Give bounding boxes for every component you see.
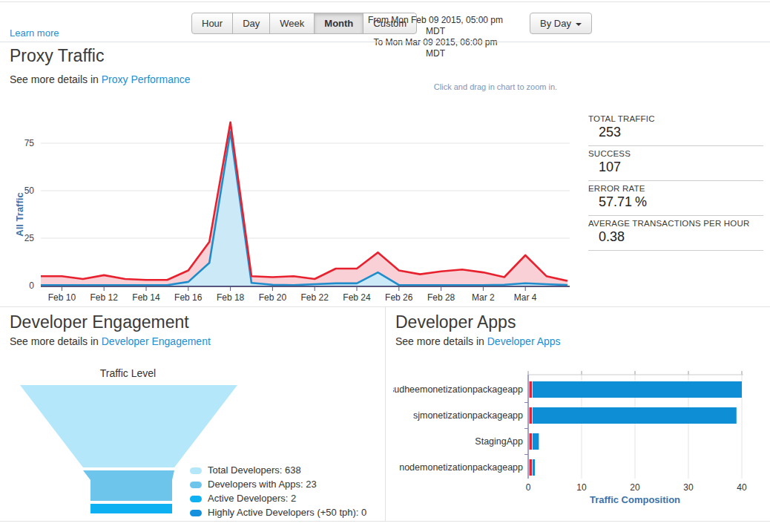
svg-text:nodemonetizationpackageapp: nodemonetizationpackageapp [399, 462, 523, 473]
legend-item: Developers with Apps: 23 [190, 479, 366, 490]
svg-text:Feb 22: Feb 22 [301, 292, 329, 303]
top-border [0, 1, 770, 2]
svg-text:Feb 28: Feb 28 [427, 292, 455, 303]
stat-success: SUCCESS 107 [588, 146, 763, 181]
vertical-divider [385, 306, 386, 521]
svg-text:Feb 12: Feb 12 [91, 292, 119, 303]
svg-text:Feb 18: Feb 18 [217, 292, 245, 303]
see-more-prefix: See more details in [10, 335, 99, 347]
proxy-traffic-chart[interactable]: 0255075Feb 10Feb 12Feb 14Feb 16Feb 18Feb… [13, 108, 585, 304]
proxy-traffic-subtitle: See more details in Proxy Performance [10, 73, 191, 85]
svg-text:25: 25 [24, 233, 35, 243]
legend-swatch-icon [190, 496, 202, 502]
developer-apps-chart: 010203040sudheemonetizationpackageappsjm… [393, 370, 768, 508]
legend-swatch-icon [190, 482, 202, 488]
svg-text:All Traffic: All Traffic [14, 192, 25, 236]
svg-text:50: 50 [24, 185, 35, 196]
see-more-prefix: See more details in [10, 73, 99, 85]
svg-text:30: 30 [683, 482, 694, 493]
developer-engagement-subtitle: See more details in Developer Engagement [10, 335, 211, 347]
svg-text:Mar 2: Mar 2 [472, 292, 495, 303]
developer-apps-link[interactable]: Developer Apps [487, 335, 561, 347]
developer-apps-title: Developer Apps [395, 312, 516, 332]
legend-item: Active Developers: 2 [190, 493, 366, 504]
by-day-dropdown-button[interactable]: By Day [530, 13, 592, 34]
developer-engagement-title: Developer Engagement [10, 312, 189, 332]
svg-text:75: 75 [24, 138, 35, 148]
proxy-stats-panel: TOTAL TRAFFIC 253 SUCCESS 107 ERROR RATE… [588, 111, 763, 251]
svg-text:sudheemonetizationpackageapp: sudheemonetizationpackageapp [393, 384, 523, 395]
developer-apps-subtitle: See more details in Developer Apps [395, 335, 561, 347]
bottom-divider [0, 521, 770, 522]
hour-button[interactable]: Hour [191, 13, 233, 34]
funnel-title: Traffic Level [63, 367, 193, 379]
legend-label: Developers with Apps: 23 [208, 479, 317, 490]
svg-text:Feb 14: Feb 14 [132, 292, 160, 303]
chevron-down-icon [576, 23, 582, 26]
proxy-performance-link[interactable]: Proxy Performance [102, 73, 191, 85]
week-button[interactable]: Week [269, 13, 315, 34]
date-from: From Mon Feb 09 2015, 05:00 pm MDT [365, 15, 506, 37]
legend-swatch-icon [190, 510, 202, 516]
svg-text:Traffic Composition: Traffic Composition [590, 494, 680, 505]
legend-swatch-icon [190, 467, 202, 474]
funnel-legend: Total Developers: 638Developers with App… [190, 464, 366, 521]
day-button[interactable]: Day [232, 13, 270, 34]
date-range-text: From Mon Feb 09 2015, 05:00 pm MDT To Mo… [365, 15, 506, 59]
svg-text:40: 40 [737, 482, 747, 493]
svg-text:Feb 20: Feb 20 [259, 292, 287, 303]
legend-label: Active Developers: 2 [208, 493, 296, 504]
svg-text:0: 0 [29, 280, 34, 291]
svg-text:Mar 4: Mar 4 [514, 292, 537, 303]
stat-total-traffic: TOTAL TRAFFIC 253 [588, 111, 763, 146]
by-day-label: By Day [540, 18, 571, 29]
legend-item: Total Developers: 638 [190, 464, 366, 476]
stat-avg-tph: AVERAGE TRANSACTIONS PER HOUR 0.38 [588, 216, 763, 251]
svg-text:Feb 10: Feb 10 [48, 292, 76, 303]
proxy-traffic-title: Proxy Traffic [10, 46, 104, 66]
date-to: To Mon Mar 09 2015, 06:00 pm MDT [365, 37, 506, 59]
svg-text:sjmonetizationpackageapp: sjmonetizationpackageapp [413, 410, 523, 421]
learn-more-link[interactable]: Learn more [10, 27, 59, 39]
svg-text:Feb 24: Feb 24 [343, 292, 371, 303]
month-button[interactable]: Month [314, 13, 363, 34]
developer-engagement-link[interactable]: Developer Engagement [102, 335, 211, 347]
header-divider [0, 42, 770, 42]
legend-item: Highly Active Developers (+50 tph): 0 [190, 507, 366, 518]
svg-text:20: 20 [630, 482, 640, 493]
zoom-hint-text: Click and drag in chart to zoom in. [414, 82, 577, 91]
stat-error-rate: ERROR RATE 57.71% [588, 181, 763, 216]
svg-text:Feb 26: Feb 26 [385, 292, 413, 303]
see-more-prefix: See more details in [395, 335, 484, 347]
svg-text:StagingApp: StagingApp [475, 436, 523, 447]
svg-text:10: 10 [576, 482, 587, 493]
legend-label: Highly Active Developers (+50 tph): 0 [208, 507, 366, 518]
svg-text:0: 0 [526, 482, 531, 493]
svg-text:Feb 16: Feb 16 [174, 292, 203, 303]
legend-label: Total Developers: 638 [208, 464, 301, 476]
